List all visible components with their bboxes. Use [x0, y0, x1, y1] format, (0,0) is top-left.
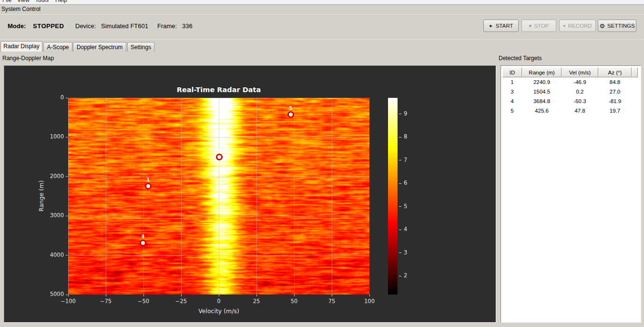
table-cell: 1	[502, 77, 522, 87]
table-cell: 19.7	[598, 106, 632, 116]
gear-icon: ⚙	[599, 22, 605, 30]
y-tick-mark	[66, 98, 68, 98]
table-cell: 47.8	[562, 106, 598, 116]
range-doppler-heatmap[interactable]	[68, 98, 369, 295]
record-icon: ●	[563, 23, 565, 28]
table-cell	[632, 77, 638, 87]
app-window: File View Tools Help System Control Mode…	[0, 0, 644, 327]
table-cell: 84.8	[598, 77, 632, 87]
table-cell	[632, 96, 638, 106]
colorbar-tick-mark	[399, 206, 401, 207]
table-row[interactable]: 43684.8-50.3-81.9	[502, 96, 638, 106]
col-header-vel[interactable]: Vel (m/s)	[562, 67, 598, 77]
x-tick-label: 25	[245, 298, 268, 305]
settings-button[interactable]: ⚙ SETTINGS	[598, 20, 636, 32]
colorbar-tick-mark	[399, 137, 401, 137]
target-marker-label: 4	[138, 234, 148, 239]
table-row[interactable]: 12240.9-46.984.8	[502, 77, 638, 87]
menu-bar: File View Tools Help	[0, 0, 644, 5]
table-cell: -46.9	[562, 77, 598, 87]
device-label: Device:	[75, 22, 96, 30]
colorbar-tick-label: 3	[404, 249, 407, 256]
colorbar	[388, 98, 398, 295]
target-marker-label: 1	[143, 177, 153, 182]
x-tick-label: −25	[169, 298, 193, 305]
x-tick-mark	[332, 295, 332, 296]
y-tick-label: 2000	[32, 173, 64, 179]
table-row[interactable]: 31504.50.227.0	[502, 87, 638, 96]
table-header-row: ID Range (m) Vel (m/s) Az (°)	[502, 67, 638, 77]
x-tick-mark	[294, 295, 295, 296]
x-axis-label: Velocity (m/s)	[68, 307, 369, 315]
colorbar-tick-mark	[399, 160, 401, 160]
colorbar-tick-label: 9	[404, 110, 407, 117]
col-header-range[interactable]: Range (m)	[522, 67, 562, 77]
y-tick-mark	[66, 137, 68, 137]
x-tick-label: 100	[358, 298, 381, 305]
table-cell	[632, 87, 638, 96]
colorbar-tick-mark	[399, 230, 401, 230]
x-tick-label: −50	[132, 298, 155, 305]
table-cell: 27.0	[598, 87, 632, 96]
y-tick-mark	[66, 255, 68, 255]
plot-title: Real-Time Radar Data	[68, 86, 369, 94]
col-header-id[interactable]: ID	[502, 67, 522, 77]
menu-item-help[interactable]: Help	[55, 0, 67, 3]
menu-item-file[interactable]: File	[2, 0, 11, 3]
table-cell: -50.3	[562, 96, 598, 106]
target-marker[interactable]	[216, 154, 223, 160]
tab-radar-display[interactable]: Radar Display	[0, 41, 42, 52]
x-tick-mark	[219, 295, 219, 296]
play-icon: ►	[489, 23, 493, 28]
table-row[interactable]: 5425.647.819.7	[502, 106, 638, 116]
col-header-az[interactable]: Az (°)	[598, 67, 632, 77]
menu-item-view[interactable]: View	[17, 0, 30, 3]
target-marker-label: 3	[215, 148, 224, 153]
y-tick-mark	[66, 176, 68, 177]
table-cell: 3	[502, 87, 522, 96]
target-marker[interactable]	[140, 240, 146, 246]
record-button[interactable]: ● RECORD	[559, 20, 596, 32]
colorbar-tick-mark	[399, 253, 401, 253]
target-marker-label: 5	[286, 105, 296, 111]
colorbar-tick-mark	[399, 276, 401, 276]
colorbar-tick-label: 5	[404, 203, 407, 210]
mode-value: STOPPED	[33, 22, 64, 30]
device-value: Simulated FT601	[101, 22, 148, 30]
start-button[interactable]: ► START	[483, 20, 519, 32]
detected-targets-panel: ID Range (m) Vel (m/s) Az (°) 12240.9-46…	[501, 65, 641, 323]
colorbar-tick-label: 4	[404, 226, 407, 232]
x-tick-label: 50	[282, 298, 306, 305]
table-cell: 5	[502, 106, 522, 116]
detected-targets-label: Detected Targets	[499, 55, 542, 62]
col-header-stub	[632, 67, 638, 77]
detected-targets-table[interactable]: ID Range (m) Vel (m/s) Az (°) 12240.9-46…	[502, 67, 638, 116]
y-tick-mark	[66, 295, 68, 295]
x-tick-label: 0	[207, 298, 231, 305]
groupbox-top-edge	[0, 13, 644, 14]
colorbar-tick-label: 6	[404, 179, 407, 186]
x-tick-mark	[369, 295, 370, 296]
tab-settings[interactable]: Settings	[127, 42, 154, 52]
x-tick-label: −75	[94, 298, 118, 305]
target-marker[interactable]	[287, 111, 294, 118]
menu-item-tools[interactable]: Tools	[35, 0, 49, 3]
range-doppler-plot-panel: Real-Time Radar Data Velocity (m/s) Rang…	[4, 65, 496, 323]
table-cell: 1504.5	[522, 87, 562, 96]
colorbar-tick-mark	[399, 114, 401, 114]
colorbar-tick-label: 7	[404, 157, 407, 163]
y-tick-label: 5000	[32, 291, 64, 297]
x-tick-mark	[181, 295, 182, 296]
x-tick-label: 75	[320, 298, 344, 305]
mode-label: Mode:	[8, 22, 26, 30]
table-cell	[632, 106, 638, 116]
y-tick-label: 0	[32, 94, 64, 101]
tab-doppler-spectrum[interactable]: Doppler Spectrum	[73, 42, 126, 52]
table-cell: -81.9	[598, 96, 632, 106]
stop-icon: ■	[529, 23, 532, 28]
stop-button[interactable]: ■ STOP	[521, 20, 556, 32]
x-tick-mark	[256, 295, 257, 296]
target-marker[interactable]	[145, 183, 152, 190]
frame-label: Frame:	[157, 22, 177, 30]
tab-a-scope[interactable]: A-Scope	[43, 42, 72, 52]
